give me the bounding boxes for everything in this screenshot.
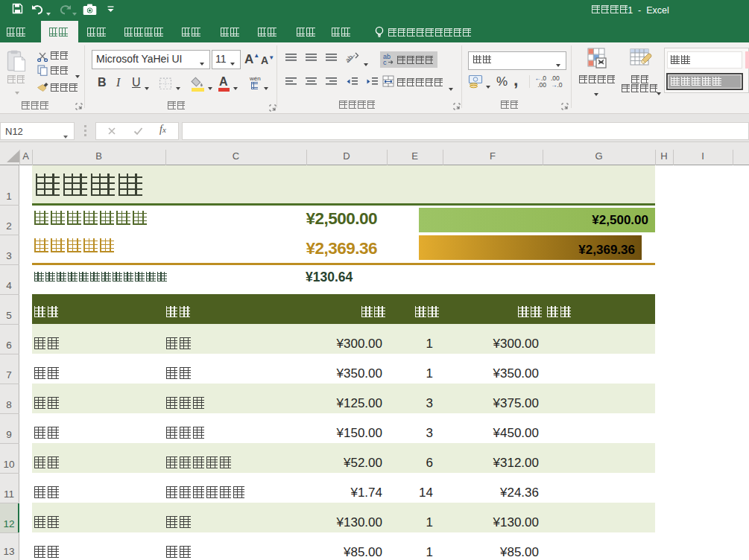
svg-text:c: c — [383, 59, 387, 66]
svg-text:ab: ab — [346, 54, 354, 64]
